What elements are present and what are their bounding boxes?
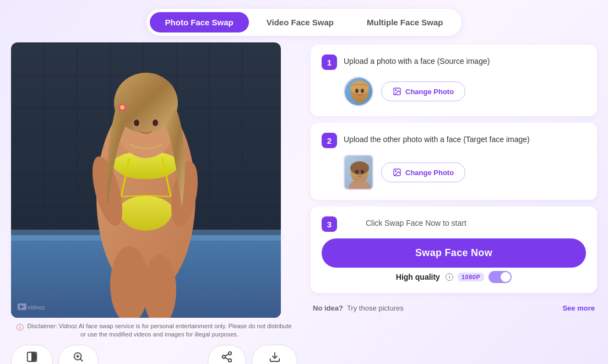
- tab-video-face-swap[interactable]: Video Face Swap: [251, 12, 349, 32]
- svg-point-30: [153, 119, 158, 126]
- change-photo-source-button[interactable]: Change Photo: [381, 82, 465, 101]
- right-panel: 1 Upload a photo with a face (Source ima…: [311, 42, 597, 364]
- swap-face-now-button[interactable]: Swap Face Now: [322, 238, 586, 268]
- svg-line-39: [80, 358, 83, 361]
- step-1-badge: 1: [322, 55, 337, 70]
- svg-point-54: [395, 90, 397, 91]
- svg-point-57: [350, 161, 369, 175]
- svg-point-59: [361, 170, 364, 174]
- svg-point-62: [395, 171, 397, 172]
- svg-point-43: [222, 355, 226, 358]
- change-photo-source-label: Change Photo: [405, 88, 454, 96]
- svg-point-58: [355, 170, 359, 174]
- image-icon-2: [393, 168, 401, 177]
- app-container: Photo Face Swap Video Face Swap Multiple…: [0, 0, 608, 364]
- svg-point-50: [350, 81, 369, 94]
- watermark: vidnoz: [18, 301, 51, 313]
- change-photo-target-label: Change Photo: [405, 169, 454, 177]
- svg-line-45: [225, 357, 229, 360]
- step-3-badge: 3: [322, 216, 337, 232]
- target-face-image: [345, 156, 373, 190]
- step-3-header: 3 Click Swap Face Now to start: [322, 216, 586, 232]
- source-face-image: [345, 78, 373, 106]
- tab-photo-face-swap[interactable]: Photo Face Swap: [150, 12, 249, 32]
- download-icon: [269, 351, 281, 363]
- step-3-title: Click Swap Face Now to start: [344, 216, 466, 229]
- step-2-content: Change Photo: [322, 155, 586, 190]
- nav-tabs: Photo Face Swap Video Face Swap Multiple…: [11, 0, 597, 42]
- contrast-button[interactable]: Contrast: [11, 345, 53, 364]
- no-idea-text: No idea? Try those pictures: [313, 304, 404, 312]
- svg-point-51: [355, 89, 359, 93]
- image-preview: vidnoz: [11, 42, 281, 318]
- tab-wrapper: Photo Face Swap Video Face Swap Multiple…: [146, 9, 462, 36]
- step-1-card: 1 Upload a photo with a face (Source ima…: [311, 45, 597, 116]
- see-more-link[interactable]: See more: [562, 304, 595, 312]
- svg-point-42: [229, 352, 232, 355]
- disclaimer-text: Disclaimer: Vidnoz AI face swap service …: [27, 322, 292, 339]
- contrast-icon: [26, 351, 38, 363]
- change-photo-target-button[interactable]: Change Photo: [381, 162, 465, 182]
- toggle-knob: [501, 272, 511, 282]
- disclaimer: ⓘ Disclaimer: Vidnoz AI face swap servic…: [11, 322, 297, 339]
- zoom-icon: [72, 351, 84, 363]
- step-1-title: Upload a photo with a face (Source image…: [344, 55, 490, 67]
- quality-toggle[interactable]: [488, 271, 512, 283]
- svg-text:vidnoz: vidnoz: [28, 305, 45, 311]
- step-1-header: 1 Upload a photo with a face (Source ima…: [322, 55, 586, 70]
- preview-image: [11, 42, 281, 318]
- disclaimer-icon: ⓘ: [17, 323, 24, 333]
- quality-badge: 1080P: [458, 273, 484, 281]
- svg-point-29: [134, 119, 139, 126]
- target-face-thumbnail: [344, 155, 373, 190]
- left-panel: vidnoz ⓘ Disclaimer: Vidnoz AI face swap…: [11, 42, 297, 364]
- svg-point-52: [361, 89, 364, 93]
- main-content: vidnoz ⓘ Disclaimer: Vidnoz AI face swap…: [11, 42, 597, 364]
- share-icon: [221, 351, 233, 363]
- svg-point-32: [120, 105, 124, 110]
- quality-label: High quality: [396, 273, 440, 281]
- toolbar: Contrast Zoom in: [11, 345, 297, 364]
- svg-point-44: [229, 358, 232, 362]
- quality-info-icon[interactable]: i: [446, 273, 453, 281]
- download-button[interactable]: Download: [252, 345, 297, 364]
- quality-row: High quality i 1080P: [322, 271, 586, 283]
- step-2-title: Upload the other photo with a face (Targ…: [344, 133, 530, 145]
- source-face-thumbnail: [344, 77, 373, 106]
- step-2-header: 2 Upload the other photo with a face (Ta…: [322, 133, 586, 148]
- step-1-content: Change Photo: [322, 77, 586, 106]
- share-button[interactable]: Share: [208, 345, 246, 364]
- svg-line-46: [225, 354, 229, 356]
- image-icon-1: [393, 87, 401, 96]
- step-2-card: 2 Upload the other photo with a face (Ta…: [311, 123, 597, 200]
- zoom-button[interactable]: Zoom in: [58, 345, 99, 364]
- no-idea-row: No idea? Try those pictures See more: [311, 300, 597, 312]
- step-3-card: 3 Click Swap Face Now to start Swap Face…: [311, 207, 597, 293]
- tab-multiple-face-swap[interactable]: Multiple Face Swap: [351, 12, 458, 32]
- step-2-badge: 2: [322, 133, 337, 148]
